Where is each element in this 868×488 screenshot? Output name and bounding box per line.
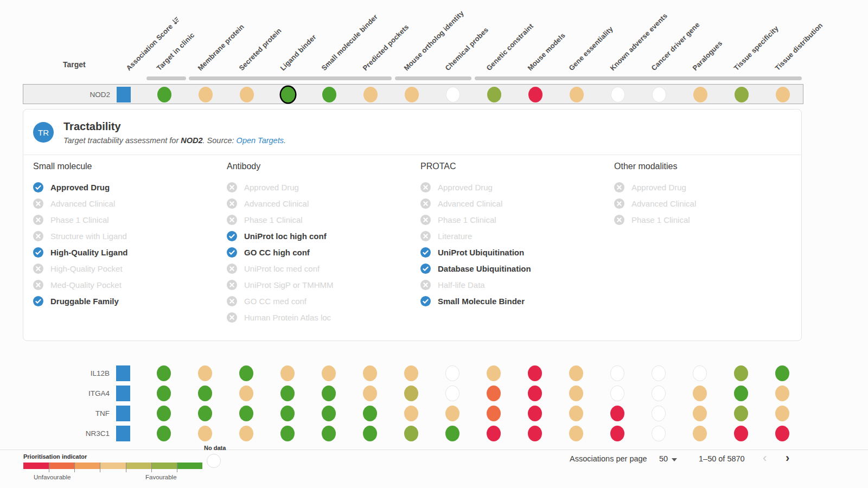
prioritisation-dot-secreted-protein[interactable]	[239, 365, 253, 381]
target-symbol[interactable]: ITGA4	[23, 383, 110, 403]
prioritisation-dot-small-molecule-binder[interactable]	[322, 365, 336, 381]
prioritisation-dot-predicted-pockets[interactable]	[363, 365, 377, 381]
column-header-chemical-probes[interactable]: Chemical probes	[443, 25, 490, 72]
prioritisation-dot-ligand-binder[interactable]	[280, 426, 295, 441]
prioritisation-dot-predicted-pockets[interactable]	[363, 406, 377, 421]
prioritisation-dot-membrane-protein[interactable]	[199, 87, 213, 102]
chevron-down-icon[interactable]	[672, 458, 677, 461]
prioritisation-dot-mouse-ortholog-identity[interactable]	[404, 406, 418, 421]
prioritisation-dot-target-in-clinic[interactable]	[157, 386, 171, 401]
prioritisation-dot-tissue-distribution[interactable]	[776, 87, 790, 102]
prioritisation-dot-genetic-constraint[interactable]	[487, 406, 501, 421]
prioritisation-dot-paralogues[interactable]	[693, 406, 707, 421]
prioritisation-dot-tissue-specificity[interactable]	[734, 426, 748, 441]
prioritisation-dot-chemical-probes[interactable]	[445, 365, 459, 381]
prioritisation-dot-target-in-clinic[interactable]	[157, 365, 171, 381]
target-symbol[interactable]: IL12B	[23, 363, 110, 383]
association-score-cell[interactable]	[116, 386, 130, 401]
prioritisation-dot-secreted-protein[interactable]	[239, 386, 253, 401]
association-score-cell[interactable]	[116, 406, 130, 421]
next-page-button[interactable]: ›	[786, 451, 789, 465]
prioritisation-dot-ligand-binder[interactable]	[280, 406, 295, 421]
target-symbol[interactable]: NOD2	[23, 85, 110, 105]
prioritisation-dot-chemical-probes[interactable]	[445, 426, 459, 441]
column-header-paralogues[interactable]: Paralogues	[691, 39, 724, 72]
prioritisation-dot-known-adverse-events[interactable]	[611, 87, 625, 102]
prioritisation-dot-small-molecule-binder[interactable]	[322, 406, 336, 421]
prioritisation-dot-mouse-models[interactable]	[528, 365, 542, 381]
column-header-secreted-protein[interactable]: Secreted protein	[237, 27, 283, 72]
prioritisation-dot-paralogues[interactable]	[693, 426, 707, 441]
prioritisation-dot-target-in-clinic[interactable]	[157, 406, 171, 421]
prioritisation-dot-genetic-constraint[interactable]	[487, 365, 501, 381]
prioritisation-dot-mouse-ortholog-identity[interactable]	[404, 386, 418, 401]
prioritisation-dot-cancer-driver-gene[interactable]	[652, 87, 666, 102]
column-header-ligand-binder[interactable]: Ligand binder	[278, 33, 317, 72]
prioritisation-dot-small-molecule-binder[interactable]	[322, 426, 336, 441]
prioritisation-dot-paralogues[interactable]	[693, 365, 707, 381]
prioritisation-dot-membrane-protein[interactable]	[198, 426, 212, 441]
prioritisation-dot-tissue-specificity[interactable]	[734, 386, 748, 401]
prioritisation-dot-tissue-distribution[interactable]	[775, 365, 789, 381]
prioritisation-dot-target-in-clinic[interactable]	[157, 426, 171, 441]
prioritisation-dot-chemical-probes[interactable]	[445, 406, 459, 421]
prioritisation-dot-chemical-probes[interactable]	[445, 386, 459, 401]
open-targets-link[interactable]: Open Targets	[237, 136, 284, 145]
prioritisation-dot-gene-essentiality[interactable]	[569, 406, 583, 421]
prioritisation-dot-mouse-models[interactable]	[528, 386, 542, 401]
prioritisation-dot-gene-essentiality[interactable]	[569, 386, 583, 401]
prioritisation-dot-paralogues[interactable]	[693, 386, 707, 401]
target-symbol[interactable]: NR3C1	[23, 423, 110, 444]
target-symbol[interactable]: TNF	[23, 403, 110, 423]
prioritisation-dot-predicted-pockets[interactable]	[363, 87, 378, 102]
prioritisation-dot-mouse-models[interactable]	[528, 406, 542, 421]
prioritisation-dot-predicted-pockets[interactable]	[363, 426, 377, 441]
prioritisation-dot-cancer-driver-gene[interactable]	[652, 406, 666, 421]
prioritisation-dot-tissue-distribution[interactable]	[775, 386, 789, 401]
association-score-cell[interactable]	[116, 426, 130, 441]
prioritisation-dot-gene-essentiality[interactable]	[569, 426, 583, 441]
prioritisation-dot-mouse-ortholog-identity[interactable]	[405, 87, 419, 102]
prioritisation-dot-mouse-ortholog-identity[interactable]	[404, 365, 418, 381]
prioritisation-dot-mouse-models[interactable]	[528, 426, 542, 441]
column-header-tissue-specificity[interactable]: Tissue specificity	[732, 24, 780, 72]
prioritisation-dot-membrane-protein[interactable]	[198, 365, 212, 381]
prioritisation-dot-paralogues[interactable]	[693, 87, 707, 102]
prioritisation-dot-secreted-protein[interactable]	[239, 426, 253, 441]
prioritisation-dot-tissue-specificity[interactable]	[734, 406, 748, 421]
prioritisation-dot-mouse-models[interactable]	[528, 87, 542, 102]
prioritisation-dot-secreted-protein[interactable]	[240, 87, 254, 102]
prioritisation-dot-ligand-binder[interactable]	[280, 386, 295, 401]
prioritisation-dot-known-adverse-events[interactable]	[610, 386, 624, 401]
prioritisation-dot-genetic-constraint[interactable]	[487, 386, 501, 401]
prioritisation-dot-target-in-clinic[interactable]	[157, 87, 171, 102]
prioritisation-dot-cancer-driver-gene[interactable]	[652, 365, 666, 381]
prioritisation-dot-genetic-constraint[interactable]	[487, 87, 501, 102]
prioritisation-dot-ligand-binder[interactable]	[280, 365, 295, 381]
column-header-gene-essentiality[interactable]: Gene essentiality	[567, 25, 614, 72]
rows-per-page-select[interactable]: 50	[659, 454, 668, 463]
previous-page-button[interactable]: ‹	[763, 451, 767, 465]
prioritisation-dot-predicted-pockets[interactable]	[363, 386, 377, 401]
prioritisation-dot-tissue-distribution[interactable]	[775, 406, 789, 421]
prioritisation-dot-genetic-constraint[interactable]	[487, 426, 501, 441]
prioritisation-dot-small-molecule-binder[interactable]	[322, 87, 336, 102]
prioritisation-dot-tissue-specificity[interactable]	[735, 87, 749, 102]
column-header-tissue-distribution[interactable]: Tissue distribution	[773, 21, 824, 72]
prioritisation-dot-known-adverse-events[interactable]	[610, 365, 624, 381]
prioritisation-dot-tissue-distribution[interactable]	[775, 426, 789, 441]
prioritisation-dot-known-adverse-events[interactable]	[610, 406, 624, 421]
prioritisation-dot-membrane-protein[interactable]	[198, 406, 212, 421]
column-header-association-score[interactable]: Association Score	[124, 15, 181, 72]
prioritisation-dot-gene-essentiality[interactable]	[569, 365, 583, 381]
prioritisation-dot-known-adverse-events[interactable]	[610, 426, 624, 441]
prioritisation-dot-mouse-ortholog-identity[interactable]	[404, 426, 418, 441]
prioritisation-dot-gene-essentiality[interactable]	[570, 87, 584, 102]
prioritisation-dot-membrane-protein[interactable]	[198, 386, 212, 401]
prioritisation-dot-cancer-driver-gene[interactable]	[652, 426, 666, 441]
prioritisation-dot-cancer-driver-gene[interactable]	[652, 386, 666, 401]
prioritisation-dot-secreted-protein[interactable]	[239, 406, 253, 421]
association-score-cell[interactable]	[116, 365, 130, 381]
association-score-cell[interactable]	[117, 87, 131, 102]
prioritisation-dot-chemical-probes[interactable]	[446, 87, 460, 102]
